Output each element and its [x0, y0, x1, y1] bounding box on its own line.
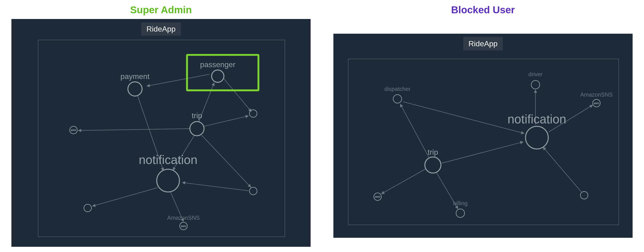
node-trip-blocked[interactable]: [425, 157, 441, 173]
node-extra-bottom-right-b[interactable]: [580, 192, 588, 199]
edge-trip-extra1: [204, 116, 248, 126]
column-admin: Super Admin RideApp: [10, 0, 312, 252]
node-extra-bottom-left[interactable]: [84, 204, 92, 212]
edge-passenger-payment: [147, 74, 210, 86]
node-trip-label: trip: [192, 111, 202, 120]
edge-dispatcher-notification: [403, 102, 524, 133]
graph-blocked: dispatcher driver AmazonSNS aws notifica…: [334, 34, 632, 237]
node-notification-label: notification: [139, 153, 197, 167]
node-trip-admin[interactable]: [190, 121, 204, 136]
edge-trip-dispatcher: [400, 104, 428, 157]
svg-text:aws: aws: [71, 128, 76, 132]
node-amazonsns-blocked[interactable]: aws: [593, 99, 600, 107]
edge-extra-notification: [543, 147, 581, 192]
node-payment-label: payment: [120, 72, 149, 81]
node-billing[interactable]: [456, 209, 465, 218]
node-driver-label: driver: [528, 71, 542, 77]
node-passenger-label: passenger: [200, 60, 236, 69]
node-amazonsns-label-b: AmazonSNS: [580, 91, 613, 98]
node-passenger[interactable]: [212, 70, 224, 82]
title-admin: Super Admin: [130, 4, 192, 16]
node-payment[interactable]: [128, 82, 142, 96]
svg-text:aws: aws: [375, 195, 380, 198]
svg-text:aws: aws: [594, 102, 599, 105]
node-amazonsns-label: AmazonSNS: [167, 215, 200, 221]
title-blocked: Blocked User: [451, 4, 515, 16]
panel-admin: RideApp: [12, 19, 310, 247]
node-extra-top-right[interactable]: [249, 110, 257, 117]
node-dispatcher[interactable]: [393, 95, 402, 103]
edge-trip-aws-left: [78, 129, 190, 131]
edge-passenger-extra1: [224, 78, 252, 112]
node-notification-admin[interactable]: [157, 169, 180, 192]
app-chip-admin: RideApp: [141, 22, 181, 36]
node-driver[interactable]: [531, 80, 540, 89]
edge-trip-aws: [381, 169, 426, 194]
panel-blocked: RideApp: [334, 34, 632, 238]
edge-notification-extra3: [92, 188, 158, 206]
node-notification-blocked[interactable]: [526, 126, 548, 149]
edge-extra2-notification: [182, 183, 248, 191]
node-billing-label: billing: [453, 200, 468, 207]
node-aws-left[interactable]: aws: [70, 126, 78, 134]
node-aws-bottom-left[interactable]: aws: [374, 193, 381, 201]
diagram-root: Super Admin RideApp: [0, 0, 644, 252]
node-dispatcher-label: dispatcher: [384, 86, 410, 92]
svg-text:aws: aws: [181, 225, 186, 228]
column-blocked: Blocked User RideApp: [332, 0, 634, 252]
node-extra-bottom-right[interactable]: [249, 187, 257, 195]
node-amazonsns-admin[interactable]: aws: [180, 222, 187, 230]
node-trip-label-b: trip: [428, 148, 438, 156]
node-notification-label-b: notification: [508, 112, 566, 126]
app-chip-blocked: RideApp: [463, 37, 503, 50]
edge-trip-notification-b: [442, 142, 523, 163]
edge-trip-extra2: [202, 135, 251, 187]
graph-admin: passenger payment trip notification: [12, 19, 310, 246]
